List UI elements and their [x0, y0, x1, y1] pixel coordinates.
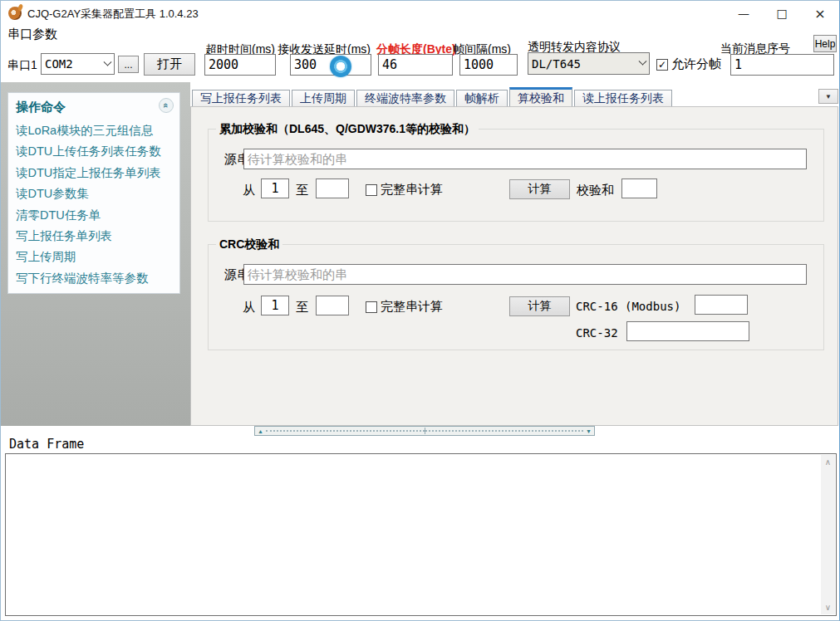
tab-overflow-icon[interactable]: ▼	[818, 89, 838, 104]
tab-strip: 写上报任务列表 上传周期 终端波特率参数 帧解析 算校验和 读上报任务列表	[192, 88, 674, 107]
tab-read-task-list[interactable]: 读上报任务列表	[574, 90, 672, 107]
accum-source-input[interactable]	[243, 149, 807, 169]
sidebar-item-read-dtu-params[interactable]: 读DTU参数集	[16, 183, 161, 204]
crc32-result-input[interactable]	[626, 321, 749, 341]
allow-split-checkbox[interactable]: ✓ 允许分帧	[656, 56, 721, 72]
splitter-right-icon[interactable]: ▼	[583, 428, 594, 434]
accum-checksum-group-title: 累加校验和（DL645、Q/GDW376.1等的校验和）	[216, 122, 479, 137]
tab-baudrate-params[interactable]: 终端波特率参数	[356, 90, 454, 107]
tab-write-task-list[interactable]: 写上报任务列表	[192, 90, 290, 107]
chevron-down-icon	[104, 57, 112, 66]
port-label: 串口1	[7, 58, 37, 73]
crc-to-input[interactable]	[316, 296, 349, 315]
accum-to-input[interactable]	[316, 178, 349, 198]
accum-checksum-group: 累加校验和（DL645、Q/GDW376.1等的校验和） 源串 从 至 完整串计…	[208, 129, 824, 222]
checkbox-unchecked-icon[interactable]	[366, 301, 377, 313]
frame-length-input[interactable]	[378, 54, 453, 76]
maximize-icon[interactable]: □	[763, 1, 801, 26]
command-list: 读LoRa模块的三元组信息 读DTU上传任务列表任务数 读DTU指定上报任务单列…	[16, 120, 161, 289]
window-title: CJQ-G2AY采集器配置工具 1.0.4.23	[27, 7, 199, 22]
crc32-label: CRC-32	[576, 326, 618, 340]
protocol-select-value: DL/T645	[532, 57, 581, 71]
to-label: 至	[296, 300, 308, 315]
sidebar-item-read-dtu-task-list[interactable]: 读DTU指定上报任务单列表	[16, 163, 161, 183]
left-column: 操作命令 « 读LoRa模块的三元组信息 读DTU上传任务列表任务数 读DTU指…	[1, 82, 190, 426]
accum-result-input[interactable]	[621, 178, 657, 198]
app-icon	[8, 7, 22, 20]
browse-port-button[interactable]: ...	[118, 56, 139, 73]
accum-full-string-checkbox[interactable]: 完整串计算	[366, 182, 443, 198]
command-panel: 操作命令 « 读LoRa模块的三元组信息 读DTU上传任务列表任务数 读DTU指…	[7, 92, 180, 294]
close-icon[interactable]: ×	[801, 1, 839, 26]
crc-full-string-checkbox[interactable]: 完整串计算	[366, 299, 443, 315]
help-button[interactable]: Help	[813, 35, 837, 52]
crc-calc-button[interactable]: 计算	[509, 296, 570, 316]
scroll-down-icon[interactable]: ∨	[821, 600, 835, 614]
crc-from-input[interactable]	[261, 296, 289, 315]
minimize-icon[interactable]: —	[725, 1, 763, 26]
collapse-panel-icon[interactable]: «	[159, 98, 174, 113]
title-bar[interactable]: CJQ-G2AY采集器配置工具 1.0.4.23 — □ ×	[1, 1, 839, 26]
from-label: 从	[243, 300, 255, 315]
full-string-label: 完整串计算	[381, 299, 443, 315]
crc16-label: CRC-16 (Modbus)	[576, 300, 680, 313]
msg-seq-input[interactable]	[730, 54, 834, 76]
splitter-handle[interactable]: ▲ ▼	[254, 426, 595, 436]
crc-checksum-group-title: CRC校验和	[216, 237, 282, 252]
accum-calc-button[interactable]: 计算	[509, 179, 570, 199]
sidebar-item-read-dtu-task-count[interactable]: 读DTU上传任务列表任务数	[16, 141, 161, 162]
crc16-result-input[interactable]	[695, 295, 748, 315]
data-frame-textarea[interactable]: ∧ ∨	[5, 453, 837, 616]
port-select-value: COM2	[45, 57, 73, 71]
splitter-dots	[266, 430, 425, 432]
port-select[interactable]: COM2	[41, 53, 115, 75]
data-frame-label: Data Frame	[9, 437, 84, 452]
command-panel-title: 操作命令	[16, 100, 66, 115]
sidebar-item-write-upload-period[interactable]: 写上传周期	[16, 247, 161, 267]
sidebar-item-write-task-list[interactable]: 写上报任务单列表	[16, 226, 161, 247]
open-port-button[interactable]: 打开	[144, 53, 195, 76]
tab-frame-parse[interactable]: 帧解析	[456, 90, 508, 107]
allow-split-label: 允许分帧	[671, 56, 721, 72]
to-label: 至	[296, 183, 308, 198]
splitter-left-icon[interactable]: ▲	[255, 428, 266, 434]
tab-checksum[interactable]: 算校验和	[509, 87, 572, 107]
sidebar-item-clear-dtu-tasks[interactable]: 清零DTU任务单	[16, 205, 161, 226]
splitter-dots	[425, 430, 584, 432]
highlight-circle-annotation	[330, 56, 351, 77]
serial-params-heading: 串口参数	[7, 27, 57, 42]
timeout-input[interactable]	[204, 54, 276, 76]
crc-checksum-group: CRC校验和 源串 从 至 完整串计算 计算 CRC-16 (Modbus) C…	[208, 244, 824, 350]
sidebar-item-read-lora-triple[interactable]: 读LoRa模块的三元组信息	[16, 120, 161, 141]
tab-upload-period[interactable]: 上传周期	[292, 90, 355, 107]
crc-source-input[interactable]	[243, 264, 807, 285]
frame-gap-input[interactable]	[459, 54, 518, 76]
sidebar-item-write-baudrate-params[interactable]: 写下行终端波特率等参数	[16, 268, 161, 289]
checksum-tab-page: 累加校验和（DL645、Q/GDW376.1等的校验和） 源串 从 至 完整串计…	[190, 106, 838, 426]
app-window: CJQ-G2AY采集器配置工具 1.0.4.23 — □ × 串口参数 超时时间…	[0, 0, 840, 621]
checkbox-checked-icon[interactable]: ✓	[656, 59, 668, 71]
scroll-up-icon[interactable]: ∧	[821, 455, 835, 469]
vertical-scrollbar[interactable]: ∧ ∨	[821, 455, 835, 614]
protocol-select[interactable]: DL/T645	[528, 52, 650, 75]
full-string-label: 完整串计算	[381, 182, 443, 198]
checksum-result-label: 校验和	[577, 183, 614, 198]
chevron-down-icon	[639, 57, 647, 66]
accum-from-input[interactable]	[261, 178, 289, 198]
checkbox-unchecked-icon[interactable]	[366, 184, 377, 196]
from-label: 从	[243, 183, 255, 198]
